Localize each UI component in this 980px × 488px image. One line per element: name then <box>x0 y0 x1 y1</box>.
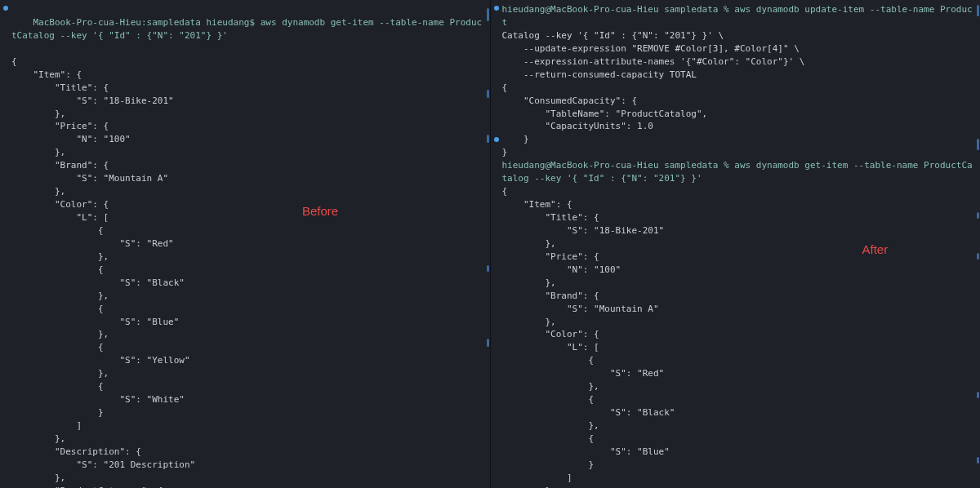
cmd-continuation: --return-consumed-capacity TOTAL <box>502 69 697 80</box>
cmd-continuation: --update-expression "REMOVE #Color[3], #… <box>502 43 800 54</box>
scroll-mark <box>977 139 979 150</box>
scroll-mark <box>977 212 979 219</box>
scroll-mark <box>977 457 979 464</box>
scroll-mark <box>977 253 979 260</box>
command-line: MacBook-Pro-cua-Hieu:sampledata hieudang… <box>11 3 485 55</box>
command-block-update: hieudang@MacBook-Pro-cua-Hieu sampledata… <box>502 3 976 159</box>
prompt-indicator-icon <box>494 137 499 142</box>
prompt-text: hieudang@MacBook-Pro-cua-Hieu sampledata… <box>502 160 973 184</box>
scroll-mark <box>487 90 489 98</box>
scroll-mark <box>487 8 489 21</box>
json-output: { "Item": { "Title": { "S": "18-Bike-201… <box>502 185 976 488</box>
cmd-continuation: Catalog --key '{ "Id" : {"N": "201"} }' … <box>502 30 724 41</box>
prompt-text: hieudang@MacBook-Pro-cua-Hieu sampledata… <box>502 4 973 28</box>
scroll-mark <box>487 135 489 143</box>
json-output: { "ConsumedCapacity": { "TableName": "Pr… <box>502 82 976 160</box>
scroll-mark <box>977 392 979 398</box>
scroll-mark <box>487 265 489 272</box>
prompt-indicator-icon <box>494 6 499 11</box>
command-block-getitem: hieudang@MacBook-Pro-cua-Hieu sampledata… <box>502 159 976 488</box>
prompt-text: MacBook-Pro-cua-Hieu:sampledata hieudang… <box>11 17 482 41</box>
scrollbar[interactable] <box>483 0 490 488</box>
scrollbar[interactable] <box>973 0 980 488</box>
json-output: { "Item": { "Title": { "S": "18-Bike-201… <box>11 55 485 488</box>
terminal-pane-before[interactable]: MacBook-Pro-cua-Hieu:sampledata hieudang… <box>0 0 491 488</box>
cmd-continuation: --expression-attribute-names '{"#Color":… <box>502 56 805 67</box>
scroll-mark <box>977 5 979 16</box>
prompt-indicator-icon <box>3 6 8 11</box>
scroll-mark <box>487 339 489 347</box>
terminal-pane-after[interactable]: hieudang@MacBook-Pro-cua-Hieu sampledata… <box>491 0 981 488</box>
